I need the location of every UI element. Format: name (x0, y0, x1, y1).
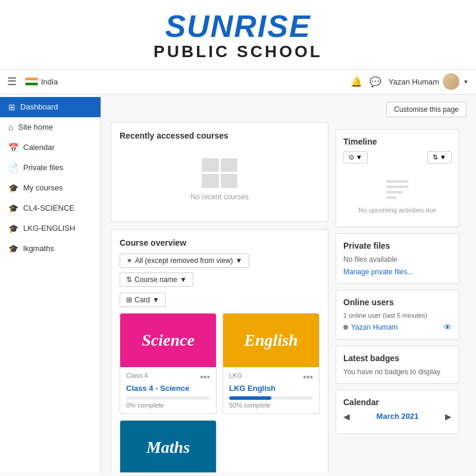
course-banner-text-maths: Maths (146, 438, 190, 457)
filter-label: All (except removed from view) (135, 256, 233, 265)
chat-icon[interactable]: 💬 (369, 76, 381, 87)
calendar-icon: 📅 (8, 143, 18, 152)
tl-sort-caret: ▼ (440, 154, 446, 161)
sidebar-item-private-files[interactable]: 📄 Private files (0, 158, 101, 178)
filter-caret: ▼ (236, 256, 243, 265)
online-users-title: Online users (343, 298, 452, 307)
online-user-label[interactable]: Yazan Humam (351, 323, 397, 331)
caret-down-icon: ▼ (463, 79, 469, 85)
manage-files-link[interactable]: Manage private files... (343, 268, 413, 276)
avatar (443, 73, 459, 90)
view-filter-bar: ⊞ Card ▼ (120, 293, 320, 307)
progress-fill-english (229, 396, 271, 400)
bell-icon[interactable]: 🔔 (350, 76, 362, 87)
hamburger-icon[interactable]: ☰ (7, 75, 17, 88)
sidebar-item-my-courses[interactable]: 🎓 My courses (0, 178, 101, 198)
progress-bar-science (126, 396, 210, 400)
courses-icon: 🎓 (8, 183, 18, 193)
no-upcoming-text: No upcoming activities due (358, 206, 436, 214)
user-menu[interactable]: Yazan Humam ▼ (389, 73, 469, 90)
course-overview-section: Course overview ▼ All (except removed fr… (111, 229, 328, 472)
latest-badges-section: Latest badges You have no badges to disp… (336, 346, 459, 384)
svg-rect-0 (386, 180, 409, 183)
sidebar-item-site-home[interactable]: ⌂ Site home (0, 117, 101, 137)
filter-bar: ▼ All (except removed from view) ▼ ⇅ Cou… (120, 253, 320, 287)
sidebar-item-lkg-english[interactable]: 🎓 LKG-ENGLISH (0, 218, 101, 239)
course-category-english: LKG ••• (229, 372, 313, 383)
course-dots-english[interactable]: ••• (303, 372, 313, 383)
main-column: Recently accessed courses No recent cour… (111, 122, 328, 472)
timeline-controls: ⊙ ▼ ⇅ ▼ (343, 151, 452, 164)
clock-icon: ⊙ (349, 154, 354, 161)
card-view-button[interactable]: ⊞ Card ▼ (120, 293, 166, 307)
no-upcoming: No upcoming activities due (343, 170, 452, 220)
course-icon-1: 🎓 (8, 203, 18, 213)
sidebar-item-calendar[interactable]: 📅 Calendar (0, 137, 101, 158)
no-files-text: No files available (343, 255, 452, 264)
nav-bar: ☰ India 🔔 💬 Yazan Humam ▼ (0, 70, 476, 95)
cal-prev-button[interactable]: ◀ (343, 412, 350, 421)
flag-icon (25, 77, 38, 86)
no-upcoming-icon (384, 176, 411, 203)
eye-icon[interactable]: 👁 (443, 322, 452, 332)
site-flag: India (25, 77, 58, 86)
svg-rect-3 (386, 196, 397, 199)
cal-next-button[interactable]: ▶ (445, 412, 452, 421)
tl-caret: ▼ (356, 154, 362, 161)
user-name: Yazan Humam (389, 77, 439, 86)
course-info-science: Class 4 ••• Class 4 - Science 0% complet… (120, 367, 216, 414)
recently-accessed-section: Recently accessed courses No recent cour… (111, 122, 328, 222)
course-dots-science[interactable]: ••• (200, 372, 210, 383)
sidebar-item-lkgmaths[interactable]: 🎓 lkgmaths (0, 239, 101, 259)
logo-sunrise: SUNRISE (0, 11, 476, 42)
progress-text-science: 0% complete (126, 402, 210, 409)
sort-caret: ▼ (180, 275, 187, 284)
sidebar: ⊞ Dashboard ⌂ Site home 📅 Calendar 📄 Pri… (0, 95, 101, 472)
nav-right: 🔔 💬 Yazan Humam ▼ (350, 73, 469, 90)
online-user-row: Yazan Humam 👁 (343, 322, 452, 332)
course-icon-3: 🎓 (8, 244, 18, 253)
course-name-english[interactable]: LKG English (229, 384, 313, 393)
home-icon: ⌂ (8, 123, 13, 132)
sidebar-item-cl4-science[interactable]: 🎓 CL4-SCIENCE (0, 198, 101, 218)
timeline-filter-btn[interactable]: ⊙ ▼ (343, 151, 368, 164)
view-caret: ▼ (152, 296, 159, 304)
course-card-science[interactable]: Science Class 4 ••• Class 4 - Science (120, 313, 217, 414)
course-banner-science: Science (120, 314, 216, 367)
two-col-layout: Recently accessed courses No recent cour… (111, 122, 466, 472)
list-svg-icon (384, 176, 411, 203)
course-icon-2: 🎓 (8, 224, 18, 233)
course-name-science[interactable]: Class 4 - Science (126, 384, 210, 393)
sidebar-label-private-files: Private files (23, 163, 63, 172)
online-users-section: Online users 1 online user (last 5 minut… (336, 290, 459, 340)
site-name: India (41, 77, 58, 86)
content-area: Customise this page Recently accessed co… (101, 95, 476, 472)
course-info-english: LKG ••• LKG English 50% complete (223, 367, 319, 414)
filter-all-button[interactable]: ▼ All (except removed from view) ▼ (120, 253, 249, 268)
sidebar-label-my-courses: My courses (23, 183, 62, 192)
sidebar-item-dashboard[interactable]: ⊞ Dashboard (0, 97, 101, 117)
user-online-dot (343, 325, 348, 330)
course-card-english[interactable]: English LKG ••• LKG English (223, 313, 320, 414)
sidebar-label-dashboard: Dashboard (20, 102, 58, 111)
timeline-title: Timeline (343, 137, 452, 146)
icon-cell-1 (202, 158, 219, 173)
course-banner-text-science: Science (142, 331, 195, 350)
no-badges-text: You have no badges to display (343, 368, 452, 376)
progress-bar-english (229, 396, 313, 400)
course-banner-text-english: English (244, 331, 298, 350)
file-icon: 📄 (8, 163, 18, 173)
calendar-title: Calendar (343, 397, 452, 407)
customise-button[interactable]: Customise this page (386, 102, 466, 117)
sort-icon: ⇅ (126, 275, 132, 284)
course-grid: Science Class 4 ••• Class 4 - Science (120, 313, 320, 472)
sidebar-label-site-home: Site home (18, 123, 53, 131)
icon-cell-2 (221, 158, 238, 173)
no-courses-icon (202, 158, 237, 188)
sort-button[interactable]: ⇅ Course name ▼ (120, 273, 193, 287)
timeline-sort-btn[interactable]: ⇅ ▼ (427, 151, 452, 164)
course-banner-english: English (223, 314, 319, 367)
course-card-maths[interactable]: Maths LKG ••• LKG Maths (120, 420, 217, 472)
svg-rect-1 (386, 186, 409, 188)
grid-icon: ⊞ (126, 296, 132, 304)
